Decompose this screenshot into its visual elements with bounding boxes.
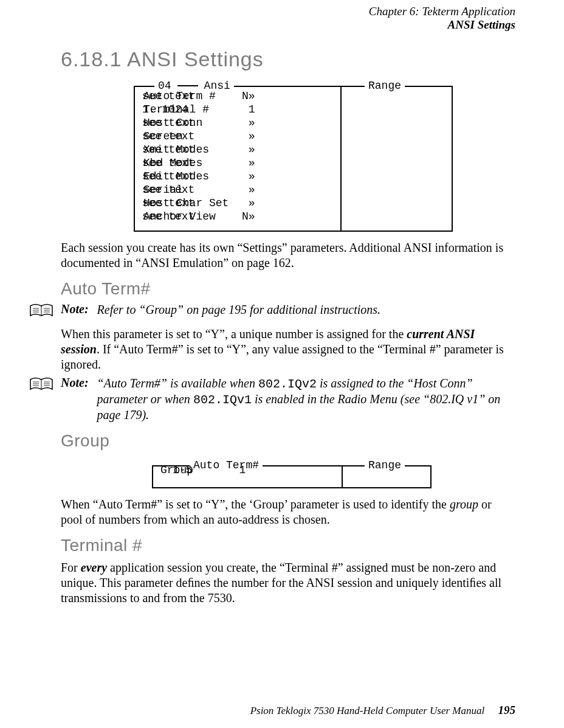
legend2-side: Range bbox=[365, 459, 405, 471]
settings-table-range bbox=[339, 86, 453, 232]
n2a: “Auto Term#” is available when bbox=[97, 376, 258, 390]
heading-autoterm: Auto Term# bbox=[61, 279, 515, 299]
p4-a: For bbox=[61, 561, 81, 574]
p2-c: . If “Auto Term#” is set to “Y”, any val… bbox=[61, 342, 504, 371]
page-footer: Psion Teklogix 7530 Hand-Held Computer U… bbox=[250, 704, 515, 717]
note-1: Note: Refer to “Group” on page 195 for a… bbox=[61, 302, 515, 322]
group-table-figure: Auto Term# Range Group 1 1-5 bbox=[152, 460, 432, 488]
legend-side: Range bbox=[365, 80, 405, 92]
autoterm-paragraph: When this parameter is set to “Y”, a uni… bbox=[61, 327, 515, 372]
legend-dash-icon bbox=[177, 83, 198, 88]
note-2-text: “Auto Term#” is available when 802.IQv2 … bbox=[97, 376, 515, 423]
p4-c: application session you create, the “Ter… bbox=[61, 561, 501, 605]
book-icon bbox=[29, 303, 53, 322]
p3-b: group bbox=[450, 497, 478, 511]
note-2: Note: “Auto Term#” is available when 802… bbox=[61, 376, 515, 423]
note-1-label: Note: bbox=[61, 302, 89, 316]
p4-b: every bbox=[81, 561, 107, 574]
section-title: 6.18.1 ANSI Settings bbox=[61, 47, 515, 71]
note-1-text: Refer to “Group” on page 195 for additio… bbox=[97, 302, 381, 317]
p2-a: When this parameter is set to “Y”, a uni… bbox=[61, 327, 407, 341]
note-2-label: Note: bbox=[61, 376, 89, 390]
terminal-paragraph: For every application session you create… bbox=[61, 560, 515, 606]
heading-terminal: Terminal # bbox=[61, 536, 515, 555]
group-paragraph: When “Auto Term#” is set to “Y”, the ‘Gr… bbox=[61, 497, 515, 527]
footer-doc: Psion Teklogix 7530 Hand-Held Computer U… bbox=[250, 705, 485, 716]
n2code1: 802.IQv2 bbox=[258, 377, 317, 391]
heading-group: Group bbox=[61, 431, 515, 451]
legend2-side-label: Range bbox=[368, 459, 401, 471]
settings-table-figure: 04 Ansi Range Auto Term # N» Terminal # … bbox=[134, 81, 453, 232]
p3-a: When “Auto Term#” is set to “Y”, the ‘Gr… bbox=[61, 497, 450, 511]
n2code2: 802.IQv1 bbox=[193, 393, 252, 407]
legend-side-label: Range bbox=[368, 80, 401, 92]
header-section: ANSI Settings bbox=[369, 18, 515, 32]
header-chapter: Chapter 6: Tekterm Application bbox=[369, 5, 515, 18]
footer-page: 195 bbox=[498, 704, 516, 716]
book-icon bbox=[29, 377, 53, 395]
intro-paragraph: Each session you create has its own “Set… bbox=[61, 240, 515, 271]
group-range: 1-5 bbox=[173, 464, 192, 476]
settings-range-rows: see text 1..1024 see text see text see t… bbox=[142, 89, 194, 223]
